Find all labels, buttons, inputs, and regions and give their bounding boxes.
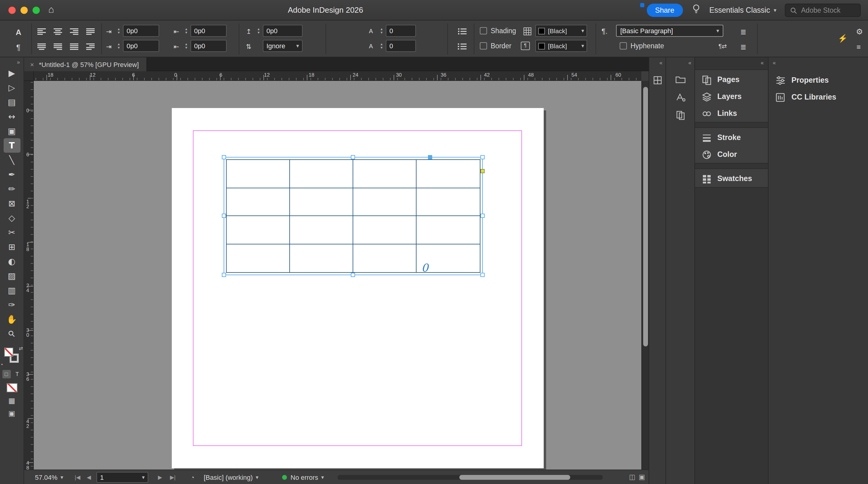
panel-button-stroke[interactable]: Stroke: [702, 129, 766, 146]
table-cell[interactable]: [353, 216, 416, 244]
apply-none-button[interactable]: [6, 383, 17, 392]
justify-all-button[interactable]: [67, 40, 81, 53]
adobe-stock-search-input[interactable]: Adobe Stock: [785, 4, 861, 17]
table-cell[interactable]: [353, 188, 416, 216]
fill-swatch[interactable]: [4, 348, 13, 357]
preflight-status-select[interactable]: No errors ▾: [282, 470, 324, 484]
split-view-icon[interactable]: ◫: [629, 473, 635, 481]
zoom-level-select[interactable]: 57.04% ▾: [35, 470, 63, 484]
table-cell[interactable]: [290, 188, 353, 216]
border-checkbox[interactable]: [480, 42, 487, 50]
table-cell[interactable]: [416, 160, 480, 188]
window-resize-grip-icon[interactable]: ▣: [639, 473, 645, 481]
paragraph-style-select[interactable]: [Basic Paragraph] ▾: [616, 25, 723, 37]
table-cell[interactable]: [227, 188, 290, 216]
panel-button-color[interactable]: Color: [702, 146, 766, 163]
formatting-affects-text-button[interactable]: T: [13, 370, 22, 378]
selection-handle[interactable]: [480, 273, 485, 277]
collapse-chevrons-icon[interactable]: «: [659, 60, 662, 66]
vertical-scrollbar[interactable]: [641, 81, 649, 469]
frame-grip-handle[interactable]: [428, 155, 433, 159]
selection-handle[interactable]: [222, 155, 226, 159]
paragraph-formatting-icon[interactable]: ¶: [16, 43, 21, 52]
character-formatting-icon[interactable]: A: [16, 28, 22, 37]
hyphenate-checkbox[interactable]: [620, 42, 627, 50]
line-tool[interactable]: ╲: [3, 153, 20, 167]
panel-button-layers[interactable]: Layers: [702, 88, 766, 105]
left-indent-input[interactable]: [123, 25, 159, 37]
space-before-input[interactable]: [263, 25, 303, 37]
collapse-chevrons-icon[interactable]: «: [688, 60, 691, 66]
horizontal-scrollbar[interactable]: [338, 475, 603, 480]
horizontal-scrollbar-thumb[interactable]: [459, 475, 570, 480]
drop-cap-lines-stepper[interactable]: ▴▾: [378, 25, 384, 37]
selection-handle[interactable]: [222, 273, 226, 277]
border-paragraph-icon[interactable]: ¶: [521, 41, 530, 50]
right-indent-input[interactable]: [190, 25, 227, 37]
formatting-affects-container-button[interactable]: □: [2, 370, 10, 378]
selection-handle[interactable]: [351, 155, 355, 159]
rectangle-frame-tool[interactable]: ⊠: [3, 196, 20, 210]
swap-fill-stroke-icon[interactable]: ⇄: [19, 346, 23, 351]
space-between-select[interactable]: Ignore ▾: [263, 40, 303, 52]
align-to-spine-button[interactable]: [84, 40, 97, 53]
default-fill-stroke-icon[interactable]: ▪: [1, 362, 3, 366]
selection-handle[interactable]: [480, 155, 485, 159]
drop-cap-chars-input[interactable]: [386, 40, 416, 52]
shading-grid-icon[interactable]: [521, 25, 534, 37]
content-collector-tool[interactable]: ▣: [3, 124, 20, 138]
page-number-select[interactable]: 1 ▾: [96, 472, 148, 483]
fill-stroke-widget[interactable]: ⇄ ▪: [0, 346, 24, 366]
shading-color-select[interactable]: [Black] ▾: [535, 25, 587, 37]
table-cell[interactable]: [227, 244, 290, 272]
page[interactable]: 0: [172, 108, 544, 468]
hand-tool[interactable]: ✋: [3, 312, 20, 326]
apply-gradient-icon[interactable]: ▦: [0, 397, 24, 405]
previous-page-button[interactable]: ◀: [87, 470, 91, 484]
pencil-tool[interactable]: ✏: [3, 182, 20, 196]
quick-apply-icon[interactable]: ⚡: [838, 34, 847, 43]
bulleted-list-button[interactable]: [456, 25, 469, 37]
table-cell[interactable]: [290, 216, 353, 244]
left-indent-stepper[interactable]: ▴▾: [116, 25, 122, 37]
settings-gear-icon[interactable]: ⚙: [856, 27, 863, 36]
workspace-switcher[interactable]: Essentials Classic ▾: [709, 6, 776, 15]
gradient-swatch-tool[interactable]: ◐: [3, 254, 20, 268]
panel-button-pages[interactable]: Pages: [702, 71, 766, 88]
justify-right-button[interactable]: [51, 40, 64, 53]
table-frame[interactable]: [226, 159, 480, 273]
pasteboard[interactable]: 0: [34, 81, 641, 469]
selection-handle[interactable]: [351, 273, 355, 277]
document-tab[interactable]: × *Untitled-1 @ 57% [GPU Preview]: [24, 57, 147, 71]
align-left-button[interactable]: [35, 25, 48, 37]
gap-tool[interactable]: ↔: [3, 109, 20, 124]
share-button[interactable]: Share: [647, 4, 683, 17]
preflight-profile-select[interactable]: [Basic] (working) ▾: [204, 470, 258, 484]
next-page-button[interactable]: ▶: [158, 470, 162, 484]
table-cell[interactable]: [290, 160, 353, 188]
screen-mode-icon[interactable]: ▣: [0, 409, 24, 418]
drop-cap-lines-input[interactable]: [386, 25, 416, 37]
live-corner-handle[interactable]: [480, 169, 485, 173]
type-tool[interactable]: T: [3, 138, 20, 153]
shading-checkbox[interactable]: [480, 27, 487, 34]
scissors-tool[interactable]: ✂: [3, 225, 20, 239]
file-export-icon[interactable]: [666, 74, 694, 84]
collapse-chevrons-icon[interactable]: «: [761, 60, 764, 66]
table-cell[interactable]: [227, 216, 290, 244]
eyedropper-tool[interactable]: ✑: [3, 297, 20, 312]
lightbulb-icon[interactable]: [691, 4, 701, 17]
panel-button-properties[interactable]: Properties: [775, 72, 866, 89]
table-cell[interactable]: [353, 244, 416, 272]
right-indent-stepper[interactable]: ▴▾: [183, 25, 189, 37]
polygon-tool[interactable]: ◇: [3, 210, 20, 225]
selection-tool[interactable]: ▶: [3, 66, 20, 80]
gradient-feather-tool[interactable]: ▨: [3, 268, 20, 283]
table-cell[interactable]: [416, 188, 480, 216]
note-tool[interactable]: ▥: [3, 283, 20, 297]
align-center-button[interactable]: [51, 25, 64, 37]
panel-button-cc-libraries[interactable]: CC Libraries: [775, 89, 866, 106]
paragraph-direction-icon[interactable]: ¶⇄: [718, 43, 727, 50]
layout-grid-icon[interactable]: [649, 76, 665, 85]
numbered-list-button[interactable]: [456, 40, 469, 53]
